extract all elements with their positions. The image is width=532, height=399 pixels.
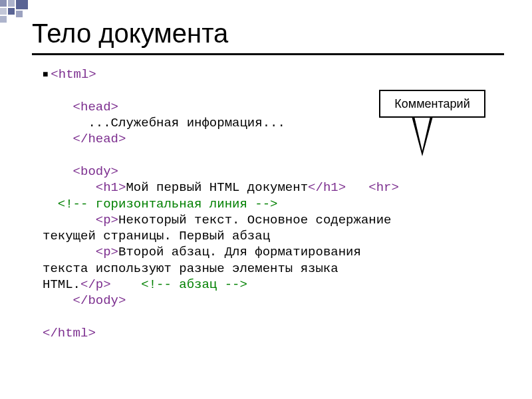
tag-body-close: </body> <box>43 293 126 308</box>
callout-comment-label: Комментарий <box>379 90 485 118</box>
tag-head-open: <head> <box>43 100 118 114</box>
text-p1-line2: текущей страницы. Первый абзац <box>43 229 270 243</box>
slide-title: Тело документа <box>32 19 228 49</box>
tag-html-close: </html> <box>43 326 96 340</box>
callout-text: Комментарий <box>394 97 469 111</box>
callout-pointer-fill <box>414 116 430 151</box>
tag-html-open: <html> <box>51 67 96 82</box>
comment-paragraph: <!-- абзац --> <box>141 277 247 292</box>
text-p2-line1: Второй абзац. Для форматирования <box>118 245 361 259</box>
tag-h1-open: <h1> <box>43 180 126 195</box>
tag-p2-open: <p> <box>43 245 118 259</box>
tag-hr: <hr> <box>368 180 399 195</box>
slide-corner-decoration <box>0 0 29 24</box>
bullet-icon: ■ <box>43 68 51 79</box>
tag-p-close: </p> <box>80 277 111 292</box>
text-h1: Мой первый HTML документ <box>126 180 308 195</box>
tag-head-close: </head> <box>43 132 126 146</box>
tag-h1-close: </h1> <box>308 180 346 195</box>
tag-p1-open: <p> <box>43 213 118 227</box>
text-p2-line2: текста используют разные элементы языка <box>43 261 338 276</box>
text-p2-line3: HTML. <box>43 277 80 292</box>
text-service-info: ...Служебная информация... <box>43 116 285 130</box>
text-p1-line1: Некоторый текст. Основное содержание <box>118 213 391 227</box>
title-underline <box>32 53 504 55</box>
tag-body-open: <body> <box>43 164 118 179</box>
comment-horizontal-line: <!-- горизонтальная линия --> <box>43 197 277 211</box>
